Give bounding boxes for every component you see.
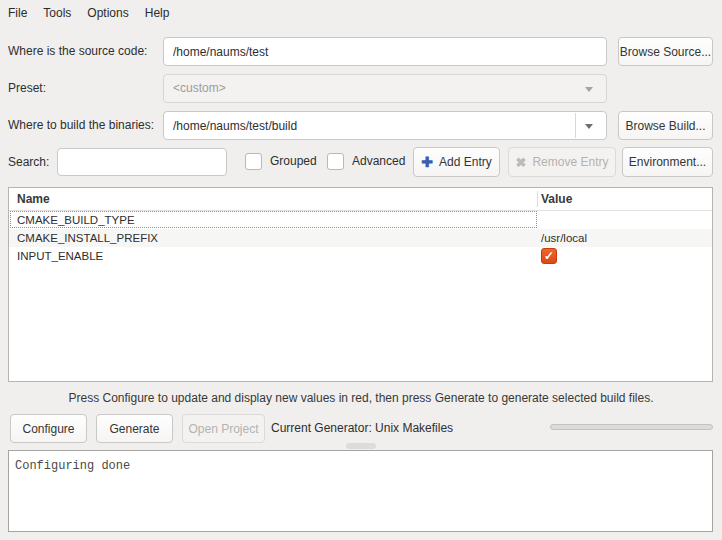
column-header-name[interactable]: Name [17,188,50,211]
build-binaries-label: Where to build the binaries: [8,111,154,140]
preset-combobox: <custom> [163,74,607,103]
configure-label: Configure [22,422,74,436]
search-label: Search: [8,148,49,176]
menu-bar: File Tools Options Help [0,0,722,26]
table-header: Name Value [9,188,712,211]
generate-label: Generate [109,422,159,436]
column-divider[interactable] [537,191,538,207]
grouped-checkbox[interactable] [245,153,262,170]
variable-name-cell[interactable]: CMAKE_INSTALL_PREFIX [17,229,158,247]
column-header-value[interactable]: Value [541,188,572,211]
advanced-checkbox[interactable] [327,153,344,170]
menu-file[interactable]: File [0,2,35,24]
combobox-separator [575,113,576,138]
configure-hint-text: Press Configure to update and display ne… [0,391,722,405]
browse-source-label: Browse Source... [620,45,711,59]
browse-source-button[interactable]: Browse Source... [618,37,713,66]
browse-build-label: Browse Build... [625,119,705,133]
chevron-down-icon[interactable] [585,124,593,129]
remove-entry-label: Remove Entry [532,155,608,169]
open-project-button: Open Project [182,414,265,443]
source-code-label: Where is the source code: [8,37,147,66]
environment-button[interactable]: Environment... [622,147,713,177]
current-generator-text: Current Generator: Unix Makefiles [271,414,453,443]
add-entry-button[interactable]: ✚ Add Entry [413,147,500,177]
plus-icon: ✚ [421,155,433,169]
variable-name-cell[interactable]: CMAKE_BUILD_TYPE [17,211,135,229]
open-project-label: Open Project [188,422,258,436]
splitter-handle[interactable] [346,443,376,449]
add-entry-label: Add Entry [439,155,492,169]
variable-value-cell[interactable]: /usr/local [541,229,587,247]
build-binaries-input[interactable] [164,112,576,139]
build-binaries-combobox[interactable] [163,111,607,140]
preset-value: <custom> [173,75,226,102]
x-icon: ✖ [516,156,527,169]
advanced-checkbox-label[interactable]: Advanced [352,153,405,170]
search-input[interactable] [57,148,227,176]
variable-name-cell[interactable]: INPUT_ENABLE [17,247,103,265]
remove-entry-button: ✖ Remove Entry [508,147,616,177]
grouped-checkbox-label[interactable]: Grouped [270,153,317,170]
progress-bar [550,424,713,430]
table-row[interactable]: CMAKE_INSTALL_PREFIX /usr/local [9,229,712,247]
table-row[interactable]: CMAKE_BUILD_TYPE [9,211,712,229]
menu-help[interactable]: Help [137,2,178,24]
table-row[interactable]: INPUT_ENABLE ✓ [9,247,712,265]
configure-button[interactable]: Configure [10,414,87,443]
preset-label: Preset: [8,74,46,103]
browse-build-button[interactable]: Browse Build... [618,111,713,140]
cache-variables-table: Name Value CMAKE_BUILD_TYPE CMAKE_INSTAL… [8,187,713,382]
environment-label: Environment... [629,155,706,169]
generate-button[interactable]: Generate [96,414,173,443]
output-log[interactable]: Configuring done [8,450,713,532]
source-code-input[interactable] [163,37,607,66]
menu-options[interactable]: Options [79,2,136,24]
menu-tools[interactable]: Tools [35,2,79,24]
chevron-down-icon [585,87,593,92]
checkbox-checked-icon[interactable]: ✓ [541,248,557,264]
